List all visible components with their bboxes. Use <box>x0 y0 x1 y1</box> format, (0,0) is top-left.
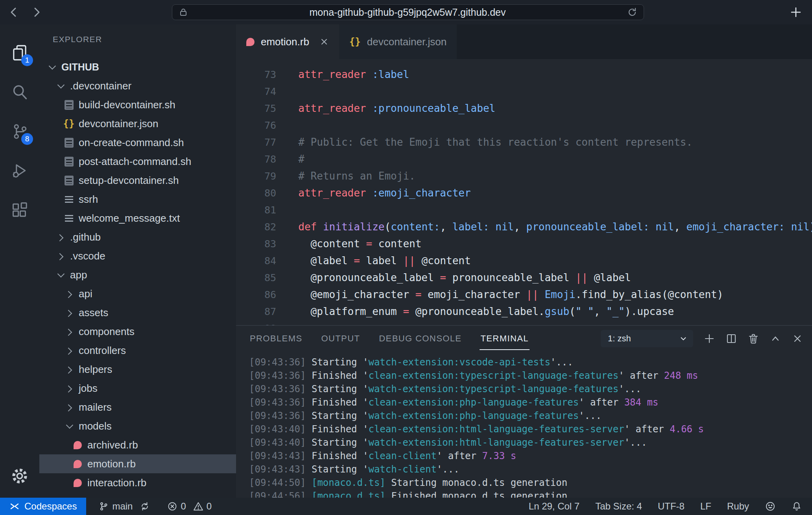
problems-indicator[interactable]: 0 0 <box>167 501 212 512</box>
code-editor[interactable]: 73 attr_reader :label7475 attr_reader :p… <box>236 59 812 325</box>
panel-tab-output[interactable]: OUTPUT <box>320 331 361 346</box>
tree-item-label: models <box>79 420 112 432</box>
browser-back-button[interactable] <box>8 6 20 19</box>
file-icon-json: {} <box>64 118 74 129</box>
tree-item-interaction-rb[interactable]: interaction.rb <box>39 473 236 492</box>
tree-item-devcontainer-json[interactable]: {}devcontainer.json <box>39 114 236 133</box>
tree-item-assets[interactable]: assets <box>39 303 236 322</box>
settings-button[interactable] <box>0 454 39 498</box>
warning-icon <box>193 501 203 511</box>
tree-item-label: mailers <box>79 401 112 413</box>
tree-item-welcome-message-txt[interactable]: welcome_message.txt <box>39 209 236 228</box>
new-tab-button[interactable] <box>789 6 803 19</box>
feedback-smiley-icon[interactable] <box>765 501 776 512</box>
chevron-down-icon <box>57 81 64 88</box>
code-line: 73 attr_reader :label <box>236 66 812 83</box>
tree-item-helpers[interactable]: helpers <box>39 360 236 379</box>
code-line: 75 attr_reader :pronounceable_label <box>236 100 812 117</box>
reload-icon[interactable] <box>627 7 637 17</box>
chevron-right-icon <box>56 253 63 260</box>
tree-item-post-attach-command-sh[interactable]: post-attach-command.sh <box>39 152 236 171</box>
terminal-line: [09:43:36] Finished 'clean-extension:php… <box>249 396 812 409</box>
activity-search[interactable] <box>0 72 39 112</box>
code-line: 82 def initialize(content:, label: nil, … <box>236 219 812 235</box>
tree-item--devcontainer[interactable]: .devcontainer <box>39 76 236 95</box>
line-number: 74 <box>249 83 276 100</box>
status-bar: Codespaces main 0 0 Ln 29, Col 7 Tab Siz… <box>0 498 812 515</box>
tree-item--vscode[interactable]: .vscode <box>39 246 236 265</box>
tree-item-label: emotion.rb <box>87 458 136 470</box>
code-text: @emoji_character = emoji_character || Em… <box>286 286 723 303</box>
terminal-line: [09:43:40] Starting 'watch-extension:htm… <box>249 436 812 449</box>
terminal-output[interactable]: [09:43:36] Starting 'watch-extension:vsc… <box>236 352 812 498</box>
tree-item-mailers[interactable]: mailers <box>39 398 236 417</box>
tree-item-on-create-command-sh[interactable]: on-create-command.sh <box>39 133 236 152</box>
tree-item-models[interactable]: models <box>39 417 236 435</box>
chevron-right-icon <box>65 366 72 373</box>
new-terminal-button[interactable] <box>703 333 715 345</box>
chevron-right-icon <box>65 404 72 411</box>
tree-item-root[interactable]: GITHUB <box>39 57 236 76</box>
tree-item--github[interactable]: .github <box>39 228 236 246</box>
tree-item-jobs[interactable]: jobs <box>39 379 236 398</box>
line-number: 87 <box>249 303 276 320</box>
line-number: 76 <box>249 117 276 134</box>
cursor-position[interactable]: Ln 29, Col 7 <box>529 501 579 512</box>
tree-item-label: build-devcontainer.sh <box>79 99 175 111</box>
eol-indicator[interactable]: LF <box>700 501 711 512</box>
tree-item-setup-devcontainer-sh[interactable]: setup-devcontainer.sh <box>39 171 236 190</box>
bottom-panel: PROBLEMS OUTPUT DEBUG CONSOLE TERMINAL 1… <box>236 325 812 498</box>
tree-item-label: .devcontainer <box>70 80 131 92</box>
language-mode[interactable]: Ruby <box>727 501 749 512</box>
panel-tab-debug-console[interactable]: DEBUG CONSOLE <box>378 331 462 346</box>
code-text: @platform_enum = @pronounceable_label.gs… <box>286 303 674 320</box>
kill-terminal-button[interactable] <box>747 333 759 345</box>
activity-extensions[interactable] <box>0 191 39 230</box>
tree-item-label: archived.rb <box>87 439 138 451</box>
maximize-panel-button[interactable] <box>770 333 781 345</box>
panel-tab-terminal[interactable]: TERMINAL <box>480 331 529 346</box>
shell-icon <box>65 157 74 167</box>
shell-icon <box>65 100 74 110</box>
activity-explorer[interactable]: 1 <box>0 33 39 72</box>
file-icon-ruby <box>72 460 83 468</box>
tab-devcontainer-json[interactable]: {} devcontainer.json <box>339 24 457 59</box>
json-icon: {} <box>63 118 75 129</box>
browser-forward-button[interactable] <box>30 6 42 19</box>
explorer-badge: 1 <box>21 54 33 66</box>
tree-item-archived-rb[interactable]: archived.rb <box>39 435 236 454</box>
terminal-shell-selector[interactable]: 1: zsh <box>601 330 693 347</box>
chevron-down-icon <box>57 270 64 277</box>
terminal-line: [09:43:36] Starting 'watch-extension:typ… <box>249 382 812 396</box>
close-tab-icon[interactable] <box>319 37 329 46</box>
tree-item-label: components <box>79 326 135 338</box>
address-bar[interactable]: mona-github-github-g59jpq2w5w7.github.de… <box>172 4 644 20</box>
codespaces-remote-button[interactable]: Codespaces <box>0 498 86 515</box>
activity-source-control[interactable]: 8 <box>0 112 39 151</box>
tab-size-indicator[interactable]: Tab Size: 4 <box>595 501 642 512</box>
split-terminal-button[interactable] <box>725 333 737 345</box>
notifications-bell-icon[interactable] <box>792 501 802 511</box>
activity-run-debug[interactable] <box>0 151 39 191</box>
terminal-line: [09:43:36] Starting 'watch-extension:vsc… <box>249 356 812 369</box>
chevron-down-icon <box>66 421 73 428</box>
tab-label: devcontainer.json <box>367 36 447 48</box>
tree-item-components[interactable]: components <box>39 322 236 341</box>
chevron-right-icon <box>65 347 72 354</box>
panel-tab-problems[interactable]: PROBLEMS <box>249 331 303 346</box>
branch-indicator[interactable]: main <box>99 501 150 512</box>
tab-emotion-rb[interactable]: emotion.rb <box>236 24 339 59</box>
tree-item-controllers[interactable]: controllers <box>39 341 236 360</box>
code-line: 83 @content = content <box>236 235 812 252</box>
explorer-sidebar: EXPLORER GITHUB.devcontainerbuild-devcon… <box>39 24 236 498</box>
tree-item-ssrh[interactable]: ssrh <box>39 190 236 209</box>
chevron-right-icon <box>65 328 72 335</box>
panel-header: PROBLEMS OUTPUT DEBUG CONSOLE TERMINAL 1… <box>236 326 812 352</box>
tree-item-app[interactable]: app <box>39 265 236 284</box>
close-panel-button[interactable] <box>792 333 803 345</box>
tree-item-emotion-rb[interactable]: emotion.rb <box>39 454 236 473</box>
code-line: 85 @pronounceable_label = pronounceable_… <box>236 269 812 286</box>
encoding-indicator[interactable]: UTF-8 <box>658 501 685 512</box>
tree-item-build-devcontainer-sh[interactable]: build-devcontainer.sh <box>39 95 236 114</box>
tree-item-api[interactable]: api <box>39 284 236 303</box>
